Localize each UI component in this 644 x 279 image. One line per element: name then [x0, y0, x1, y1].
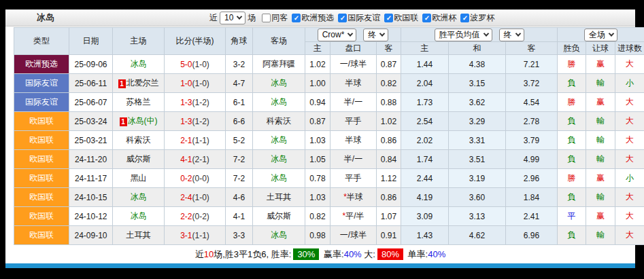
- away-team-link[interactable]: 阿塞拜疆: [253, 55, 305, 74]
- match-row: 欧国联 24-10-15 冰岛 2-4(1-0) 4-6 土耳其 1.03 *半…: [14, 188, 644, 207]
- handicap-away-odds: 0.91: [377, 226, 401, 245]
- recent-count-select[interactable]: 10: [220, 12, 245, 24]
- result-cell: 負: [558, 131, 586, 150]
- full-time-score: 1-3: [180, 98, 192, 107]
- odds-company-select[interactable]: Crow*: [318, 29, 357, 41]
- filter-checkbox-3[interactable]: ✓: [384, 14, 393, 22]
- wdl-state-select[interactable]: 终: [499, 29, 524, 41]
- goals-cell: 大: [615, 150, 644, 169]
- home-team-link[interactable]: 冰岛: [113, 188, 165, 207]
- league-type-badge[interactable]: 欧国联: [14, 150, 69, 169]
- home-team-link[interactable]: 科索沃: [113, 131, 165, 150]
- home-team-link[interactable]: 土耳其: [113, 226, 165, 245]
- filter-checkbox-4[interactable]: ✓: [422, 14, 431, 22]
- match-row: 欧国联 24-11-20 威尔斯 4-1(2-1) 7-2 冰岛 1.05 半/…: [14, 150, 644, 169]
- odds-company-value: Crow*: [322, 30, 345, 39]
- score-cell: 1-3(1-2): [165, 112, 226, 131]
- filter-checkbox-1[interactable]: ✓: [292, 14, 301, 22]
- league-type-badge[interactable]: 欧国联: [14, 207, 69, 226]
- handicap-text: 平手: [345, 116, 362, 126]
- away-team-link[interactable]: 冰岛: [253, 74, 305, 93]
- col-header-type: 类型: [14, 28, 69, 55]
- half-time-score: (1-1): [192, 136, 209, 145]
- avg-home-odds: 2.04: [401, 74, 449, 93]
- away-team-link[interactable]: 冰岛: [253, 150, 305, 169]
- home-team-link[interactable]: 冰岛: [113, 55, 165, 74]
- filter-checkbox-5[interactable]: ✓: [460, 14, 469, 22]
- result-cell: 勝: [558, 169, 586, 188]
- league-type-badge[interactable]: 欧国联: [14, 112, 69, 131]
- result-cell: 勝: [558, 55, 586, 74]
- handicap-home-odds: 1.05: [305, 150, 331, 169]
- half-time-score: (1-2): [192, 117, 209, 126]
- corner-score: 3-2: [226, 55, 253, 74]
- handicap-result-cell: 赢: [586, 169, 615, 188]
- scope-select[interactable]: 全场: [584, 29, 617, 41]
- match-date: 24-09-10: [69, 226, 113, 245]
- away-team-link[interactable]: 威尔斯: [253, 207, 305, 226]
- avg-home-odds: 2.02: [401, 131, 449, 150]
- home-team-link[interactable]: 黑山: [113, 169, 165, 188]
- league-type-badge[interactable]: 欧国联: [14, 131, 69, 150]
- match-date: 25-06-07: [69, 93, 113, 112]
- handicap-text: 半球: [347, 192, 363, 202]
- handicap-line: 平手: [331, 169, 377, 188]
- home-team-link[interactable]: 1冰岛(中): [113, 112, 165, 131]
- league-type-badge[interactable]: 欧国联: [14, 226, 69, 245]
- score-cell: 2-2(0-2): [165, 207, 226, 226]
- handicap-away-odds: 1.12: [377, 169, 401, 188]
- goals-cell: 大: [615, 55, 644, 74]
- league-type-badge[interactable]: 国际友谊: [14, 74, 69, 93]
- home-team-link[interactable]: 威尔斯: [113, 150, 165, 169]
- away-team-link[interactable]: 土耳其: [253, 188, 305, 207]
- col-header-avg-home: 主: [401, 42, 449, 55]
- home-team-link[interactable]: 冰岛: [113, 207, 165, 226]
- avg-home-odds: 4.19: [401, 188, 449, 207]
- full-time-score: 1-3: [180, 117, 192, 126]
- goals-cell: 大: [615, 112, 644, 131]
- away-team-link[interactable]: 冰岛: [253, 93, 305, 112]
- filter-checkbox-0[interactable]: ✓: [262, 14, 271, 22]
- score-cell: 0-2(0-0): [165, 169, 226, 188]
- avg-away-odds: 2.41: [506, 207, 558, 226]
- score-cell: 2-4(1-0): [165, 188, 226, 207]
- league-type-badge[interactable]: 欧洲预选: [14, 55, 69, 74]
- summary-text: 近: [195, 248, 204, 261]
- away-team-link[interactable]: 冰岛: [253, 169, 305, 188]
- col-header-date: 日期: [69, 28, 113, 55]
- league-type-badge[interactable]: 欧国联: [14, 169, 69, 188]
- col-header-avg-draw: 和: [449, 42, 506, 55]
- recent-label: 近: [209, 12, 218, 24]
- handicap-home-odds: 1.03: [305, 131, 331, 150]
- league-type-badge[interactable]: 欧国联: [14, 188, 69, 207]
- scope-select-cell: 全场: [558, 28, 644, 42]
- away-team-link[interactable]: 冰岛: [253, 131, 305, 150]
- home-team-link[interactable]: 1北爱尔兰: [113, 74, 165, 93]
- avg-away-odds: 1.84: [506, 188, 558, 207]
- col-header-handicap: 盘口: [331, 42, 377, 55]
- half-time-score: (1-2): [192, 98, 209, 107]
- handicap-result-cell: 輸: [586, 226, 615, 245]
- match-history-table: 类型 日期 主场 比分(半场) 角球 客场 Crow* 终: [14, 27, 644, 245]
- away-team-link[interactable]: 冰岛: [253, 226, 305, 245]
- away-team-link[interactable]: 科索沃: [253, 112, 305, 131]
- summary-footer: 近10场,胜3平1负6, 胜率:30% 赢率:40% 大:80% 单率:40%: [5, 245, 635, 263]
- col-header-away: 客场: [253, 28, 305, 55]
- match-date: 24-11-17: [69, 169, 113, 188]
- match-date: 25-09-06: [69, 55, 113, 74]
- avg-draw-odds: 3.15: [449, 74, 506, 93]
- goals-cell: 大: [615, 93, 644, 112]
- handicap-line: 半/一: [331, 93, 377, 112]
- odds-state-select[interactable]: 终: [363, 29, 388, 41]
- filter-label: 国际友谊: [348, 13, 380, 22]
- wdl-mode-select[interactable]: 胜平负均值: [435, 29, 492, 41]
- goals-cell: 大: [615, 207, 644, 226]
- handicap-line: 一/球半: [331, 55, 377, 74]
- home-team-link[interactable]: 苏格兰: [113, 93, 165, 112]
- red-card-badge: 1: [120, 117, 127, 126]
- handicap-away-odds: 0.84: [377, 150, 401, 169]
- odds-company-cell: Crow* 终: [305, 28, 401, 42]
- filter-checkbox-2[interactable]: ✓: [338, 14, 347, 22]
- corner-score: 5-2: [226, 131, 253, 150]
- league-type-badge[interactable]: 国际友谊: [14, 93, 69, 112]
